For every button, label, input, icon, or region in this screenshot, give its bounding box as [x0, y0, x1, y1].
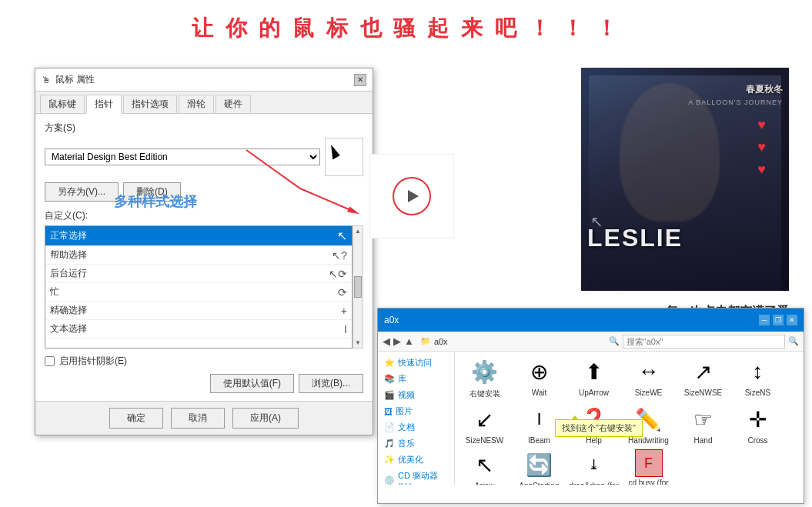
fe-main-area: ⚙️ 右键安装 ⊕ Wait ⬆ UpArrow ↔ SizeWE ↗ Size… [455, 352, 804, 485]
dialog-tab-bar: 鼠标键 指针 指针选项 滑轮 硬件 [35, 92, 373, 114]
mouse-properties-dialog: 🖱 鼠标 属性 ✕ 鼠标键 指针 指针选项 滑轮 硬件 方案(S) Materi… [35, 68, 373, 435]
customize-list-wrapper: 正常选择 ↖ 帮助选择 ↖? 后台运行 ↖⟳ 忙 ⟳ 精确选择 + [45, 225, 363, 349]
icon-cdbusy[interactable]: F cd busy (for user32.dll) [623, 449, 673, 485]
tab-mousekeys[interactable]: 鼠标键 [40, 95, 85, 113]
fe-minimize-button[interactable]: ─ [759, 315, 770, 325]
customize-label: 自定义(C): [45, 209, 363, 222]
list-item-busy[interactable]: 忙 ⟳ [45, 283, 352, 302]
fe-close-button[interactable]: ✕ [787, 315, 797, 325]
sidebar-label: 视频 [398, 389, 415, 401]
apply-button[interactable]: 应用(A) [232, 408, 299, 429]
scrollbar-thumb[interactable] [354, 276, 362, 298]
icon-sizewe[interactable]: ↔ SizeWE [623, 356, 673, 399]
hearts-decoration: ♥♥♥ [757, 114, 766, 180]
library-icon: 📚 [384, 374, 395, 384]
list-item-name: 文本选择 [50, 322, 87, 335]
forward-button[interactable]: ▶ [393, 335, 401, 347]
search-go-button[interactable]: 🔍 [788, 336, 799, 346]
shadow-checkbox[interactable] [45, 356, 55, 366]
handwriting-label: Handwriting [628, 436, 669, 445]
dialog-titlebar: 🖱 鼠标 属性 ✕ [35, 68, 373, 92]
sidebar-label: 图片 [396, 405, 413, 417]
icon-appstarting[interactable]: 🔄 AppStarting [514, 449, 564, 485]
sidebar-item-library[interactable]: 📚 库 [378, 371, 454, 387]
tab-pointer[interactable]: 指针 [86, 95, 122, 114]
search-icon: 🔍 [609, 336, 620, 346]
tab-hardware[interactable]: 硬件 [216, 95, 251, 113]
path-text: a0x [434, 337, 448, 346]
list-item-cursor-icon: + [341, 305, 347, 317]
sidebar-item-pictures[interactable]: 🖼 图片 [378, 403, 454, 419]
ok-button[interactable]: 确定 [109, 408, 163, 429]
sidebar-item-beautiful[interactable]: ✨ 优美化 [378, 452, 454, 468]
icon-uparrow[interactable]: ⬆ UpArrow [569, 356, 619, 399]
icon-sizenw[interactable]: ↗ SizeNWSE [678, 356, 728, 399]
close-button[interactable]: ✕ [354, 74, 366, 86]
list-item-name: 后台运行 [50, 267, 87, 280]
list-item-name: 忙 [50, 285, 59, 299]
browse-button[interactable]: 浏览(B)... [299, 374, 363, 393]
cursor-preview-box [369, 154, 454, 238]
wait-icon: ⊕ [524, 356, 555, 387]
uparrow-label: UpArrow [579, 389, 609, 397]
sidebar-label: 快速访问 [398, 357, 432, 369]
list-item-bg[interactable]: 后台运行 ↖⟳ [45, 265, 352, 283]
cursor-triangle-icon [408, 190, 419, 202]
fe-title: a0x [384, 315, 399, 325]
dragdrop-icon: ⤓ [579, 449, 610, 480]
rightclick-label: 右键安装 [469, 389, 500, 399]
search-input[interactable] [623, 335, 785, 349]
photo-area: ♥♥♥ 春夏秋冬 A BALLOON'S JOURNEY LESLIE ↖ [581, 68, 789, 291]
icon-wait[interactable]: ⊕ Wait [514, 356, 564, 399]
sizens-label: SizeNS [745, 389, 770, 397]
sidebar-item-video[interactable]: 🎬 视频 [378, 387, 454, 403]
default-button[interactable]: 使用默认值(F) [210, 374, 294, 393]
customize-list: 正常选择 ↖ 帮助选择 ↖? 后台运行 ↖⟳ 忙 ⟳ 精确选择 + [45, 225, 353, 349]
scheme-label: 方案(S) [45, 122, 363, 135]
ibeam-label: IBeam [528, 436, 550, 445]
icon-sizens[interactable]: ↕ SizeNS [733, 356, 783, 399]
icon-dragdrop[interactable]: ⤓ drag&drop (for ole32.dll) [569, 449, 619, 485]
scheme-select-wrapper: Material Design Best Edition [45, 148, 320, 165]
sidebar-label: CD 驱动器 (H:) [398, 470, 448, 485]
save-as-button[interactable]: 另存为(V)... [45, 182, 119, 202]
cdbusy-label: cd busy (for user32.dll) [623, 479, 673, 485]
dialog-title: 鼠标 属性 [55, 73, 95, 86]
up-button[interactable]: ▲ [404, 335, 414, 347]
icon-cross[interactable]: ✛ Cross [733, 404, 783, 445]
annotation-text: 多种样式选择 [114, 192, 197, 211]
list-item-precise[interactable]: 精确选择 + [45, 302, 352, 320]
tab-wheel[interactable]: 滑轮 [179, 95, 214, 113]
tab-pointer-options[interactable]: 指针选项 [123, 95, 177, 113]
sidebar-item-documents[interactable]: 📄 文档 [378, 419, 454, 435]
back-button[interactable]: ◀ [383, 335, 390, 347]
list-item-text[interactable]: 文本选择 I [45, 320, 352, 339]
icon-arrow[interactable]: ↖ Arrow [459, 449, 510, 485]
scrollbar[interactable]: ▲ ▼ [353, 225, 363, 349]
cursor-preview-arrow [326, 143, 340, 159]
icon-sizene[interactable]: ↙ SizeNESW [459, 404, 510, 445]
scheme-row: Material Design Best Edition [45, 138, 363, 176]
fe-restore-button[interactable]: ❐ [773, 315, 784, 325]
hand-icon: ☞ [688, 404, 719, 435]
sidebar-item-cd[interactable]: 💿 CD 驱动器 (H:) [378, 468, 454, 485]
icon-hand[interactable]: ☞ Hand [678, 404, 728, 445]
cancel-button[interactable]: 取消 [171, 408, 225, 429]
page-heading: 让 你 的 鼠 标 也 骚 起 来 吧 ！ ！ ！ [0, 14, 812, 43]
sidebar-item-quickaccess[interactable]: ⭐ 快速访问 [378, 355, 454, 371]
list-item-cursor-icon: ⟳ [338, 286, 347, 299]
list-item-help[interactable]: 帮助选择 ↖? [45, 246, 352, 265]
sizenw-icon: ↗ [688, 356, 719, 387]
sidebar-label: 音乐 [398, 438, 415, 449]
icon-rightclick[interactable]: ⚙️ 右键安装 [459, 356, 510, 399]
list-item-normal[interactable]: 正常选择 ↖ [45, 226, 352, 246]
sizene-icon: ↙ [469, 404, 500, 435]
sizewe-label: SizeWE [635, 389, 663, 397]
scheme-select[interactable]: Material Design Best Edition [45, 148, 320, 165]
list-item-cursor-icon: I [344, 323, 347, 335]
scheme-buttons-row: 另存为(V)... 删除(D) [45, 182, 363, 202]
pictures-icon: 🖼 [384, 407, 393, 416]
sidebar-item-music[interactable]: 🎵 音乐 [378, 435, 454, 452]
cursor-overlay-icon: ↖ [590, 212, 603, 231]
list-item-name: 帮助选择 [50, 248, 87, 262]
